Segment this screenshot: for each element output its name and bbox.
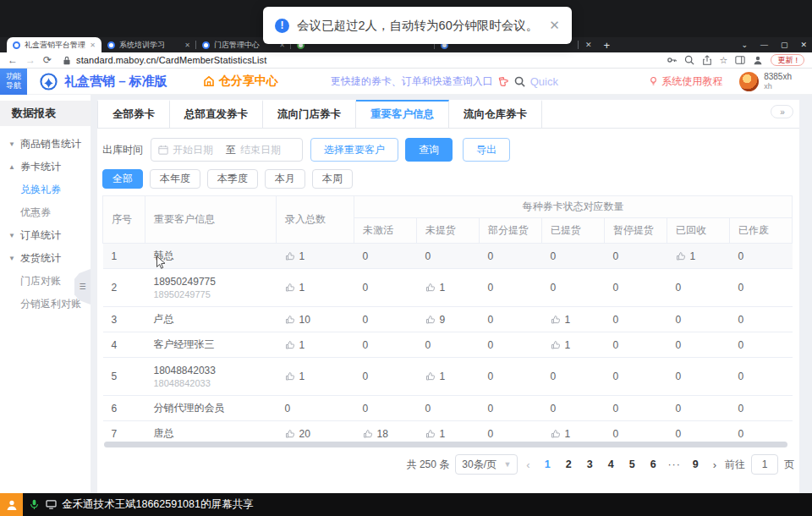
- value-cell[interactable]: 1: [277, 269, 354, 307]
- content-tab[interactable]: 流向仓库券卡: [449, 100, 542, 128]
- end-date-input[interactable]: [240, 144, 289, 156]
- bookmark-star-icon[interactable]: ☆: [720, 55, 728, 66]
- customer-cell[interactable]: 客户经理张三: [145, 332, 277, 358]
- profile-icon[interactable]: [753, 55, 763, 65]
- customer-cell[interactable]: 分销代理的会员: [145, 396, 277, 421]
- linked-value[interactable]: 1: [551, 339, 596, 351]
- value-cell[interactable]: 1: [277, 244, 354, 269]
- page-number[interactable]: 3: [581, 454, 599, 475]
- export-button[interactable]: 导出: [463, 138, 510, 162]
- linked-value[interactable]: 1: [285, 282, 346, 294]
- start-date-input[interactable]: [173, 144, 222, 156]
- linked-value[interactable]: 1: [551, 314, 596, 326]
- browser-tab[interactable]: 系统培训学习✕: [102, 37, 196, 52]
- value-cell[interactable]: 1: [667, 244, 730, 269]
- user-avatar[interactable]: [739, 72, 759, 91]
- value-cell[interactable]: 1: [417, 421, 480, 440]
- restore-button[interactable]: ▢: [781, 41, 788, 49]
- value-cell[interactable]: 1: [417, 358, 480, 396]
- window-close-button[interactable]: ✕: [800, 41, 807, 49]
- quick-entry-link[interactable]: 更快捷的券卡、订单和快递查询入口 Quick: [331, 74, 558, 89]
- panel-collapse-button[interactable]: »: [771, 105, 793, 118]
- search-icon[interactable]: [514, 76, 525, 87]
- browser-tab[interactable]: 礼盒营销平台管理中心✕: [7, 37, 102, 52]
- linked-value[interactable]: 1: [551, 428, 596, 440]
- linked-value[interactable]: 9: [425, 314, 471, 326]
- linked-value[interactable]: 18: [363, 428, 409, 440]
- sidebar-item[interactable]: 兑换礼券: [0, 178, 91, 201]
- content-tab[interactable]: 重要客户信息: [356, 100, 449, 128]
- linked-value[interactable]: 20: [285, 428, 346, 440]
- minimize-button[interactable]: —: [760, 41, 768, 49]
- value-cell[interactable]: 1: [542, 421, 605, 440]
- value-cell[interactable]: 1: [542, 307, 605, 332]
- value-cell[interactable]: 18: [354, 421, 417, 440]
- content-tab[interactable]: 全部券卡: [97, 100, 170, 128]
- quick-range-button[interactable]: 本周: [312, 169, 353, 189]
- value-cell[interactable]: 1: [417, 269, 480, 307]
- content-tab[interactable]: 总部直发券卡: [170, 100, 263, 128]
- page-number[interactable]: ···: [666, 454, 683, 475]
- new-tab-button[interactable]: +: [604, 39, 611, 52]
- customer-cell[interactable]: 1895024977518950249775: [145, 269, 277, 307]
- page-number[interactable]: 6: [645, 454, 662, 475]
- back-button[interactable]: ←: [8, 55, 18, 65]
- linked-value[interactable]: 1: [425, 371, 471, 382]
- chrome-update-button[interactable]: 更新 !: [771, 54, 804, 66]
- quick-range-button[interactable]: 本年度: [150, 169, 200, 189]
- select-customer-button[interactable]: 选择重要客户: [310, 138, 398, 162]
- page-number[interactable]: 4: [602, 454, 620, 475]
- quick-range-button[interactable]: 本月: [265, 169, 305, 189]
- forward-button[interactable]: →: [25, 55, 36, 65]
- next-page-button[interactable]: ›: [710, 458, 719, 471]
- value-cell[interactable]: 9: [417, 307, 480, 332]
- quick-range-button[interactable]: 全部: [102, 169, 143, 189]
- sidebar-item[interactable]: ▼订单统计: [0, 224, 91, 247]
- page-number[interactable]: 1: [539, 454, 557, 475]
- goto-page-input[interactable]: [751, 454, 778, 475]
- linked-value[interactable]: 1: [285, 371, 346, 382]
- sidebar-item[interactable]: ▲券卡统计: [0, 156, 91, 178]
- scrollbar-thumb[interactable]: [104, 442, 787, 447]
- page-size-select[interactable]: 30条/页 ▼: [455, 454, 518, 475]
- linked-value[interactable]: 1: [285, 339, 346, 351]
- horizontal-scrollbar[interactable]: [104, 442, 793, 447]
- value-cell[interactable]: 1: [542, 332, 605, 358]
- content-tab[interactable]: 流向门店券卡: [263, 100, 356, 128]
- tab-close-icon[interactable]: ✕: [90, 41, 96, 49]
- linked-value[interactable]: 10: [285, 314, 346, 326]
- query-button[interactable]: 查询: [405, 138, 453, 162]
- page-number[interactable]: 5: [623, 454, 641, 475]
- prev-page-button[interactable]: ‹: [524, 458, 532, 471]
- value-cell[interactable]: 10: [277, 307, 354, 332]
- function-nav-toggle[interactable]: 功能 导航: [0, 69, 27, 95]
- tab-close-icon[interactable]: ✕: [585, 41, 592, 49]
- linked-value[interactable]: 1: [676, 250, 721, 262]
- linked-value[interactable]: 1: [425, 282, 471, 294]
- customer-cell[interactable]: 卢总: [145, 307, 277, 332]
- page-number[interactable]: 2: [560, 454, 578, 475]
- customer-cell[interactable]: 唐总: [145, 421, 277, 440]
- address-bar[interactable]: standard.maboy.cn/CardMemberStatisticsLi…: [63, 55, 266, 65]
- sidebar-item[interactable]: 优惠券: [0, 201, 91, 224]
- date-range-picker[interactable]: 至: [151, 138, 303, 162]
- reload-button[interactable]: ⟳: [43, 55, 52, 65]
- password-key-icon[interactable]: [667, 55, 677, 65]
- quick-range-button[interactable]: 本季度: [207, 169, 258, 189]
- sidebar-item[interactable]: ▼商品销售统计: [0, 133, 91, 156]
- value-cell[interactable]: 1: [277, 358, 354, 396]
- linked-value[interactable]: 1: [285, 250, 346, 262]
- tab-close-icon[interactable]: ✕: [184, 41, 190, 49]
- value-cell[interactable]: 20: [277, 421, 354, 440]
- customer-cell[interactable]: 1804884203318048842033: [145, 358, 277, 396]
- share-center-link[interactable]: 仓分享中心: [203, 74, 278, 89]
- sidebar-item[interactable]: ▼发货统计: [0, 247, 91, 270]
- linked-value[interactable]: 1: [425, 428, 471, 440]
- tutorial-link[interactable]: 系统使用教程: [649, 74, 722, 89]
- toast-close-icon[interactable]: ✕: [549, 18, 560, 33]
- quick-search-label[interactable]: Quick: [530, 75, 558, 88]
- page-number[interactable]: 9: [687, 454, 705, 475]
- value-cell[interactable]: 1: [277, 332, 354, 358]
- share-icon[interactable]: [702, 55, 712, 65]
- side-panel-icon[interactable]: [735, 55, 745, 65]
